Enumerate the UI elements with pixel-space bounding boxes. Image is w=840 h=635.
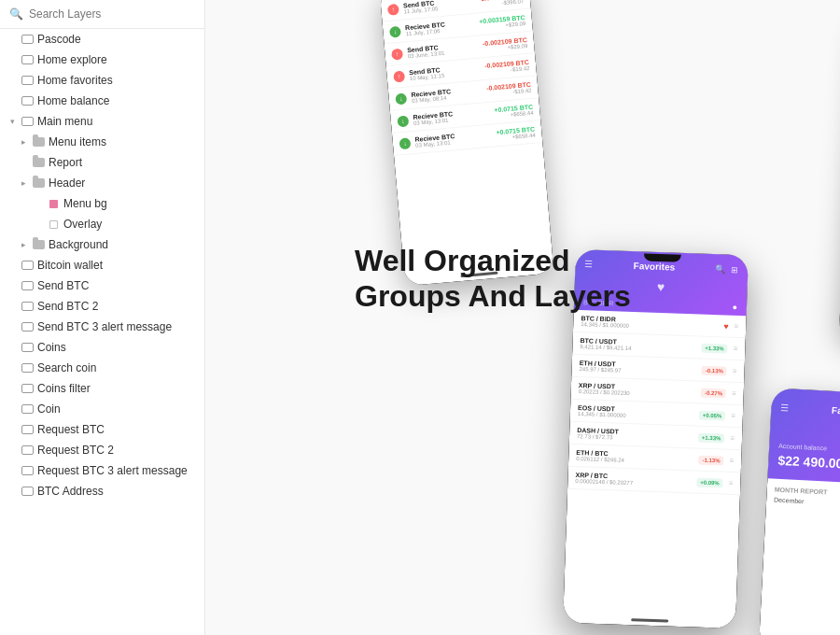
sidebar-item-send-btc-2[interactable]: Send BTC 2 (0, 296, 204, 317)
sidebar-item-home-favorites[interactable]: Home favorites (0, 70, 204, 91)
label-home-balance: Home balance (37, 94, 197, 107)
coin-change-badge: -0.27% (701, 388, 726, 398)
sidebar-item-header[interactable]: Header (0, 173, 204, 193)
sidebar-item-overlay[interactable]: Overlay (0, 214, 204, 234)
sidebar-item-request-btc-3[interactable]: Request BTC 3 alert message (0, 460, 204, 481)
icon-request-btc-2 (21, 444, 34, 457)
month-name: December (774, 497, 840, 512)
send-icon: ↑ (387, 3, 399, 15)
bal-title: Favorites (832, 404, 840, 416)
sidebar-item-menu-bg[interactable]: Menu bg (0, 193, 204, 214)
coin-name-block: EOS / USDT14,345 / $1.000000 (578, 404, 693, 420)
sidebar-item-home-explore[interactable]: Home explore (0, 49, 204, 70)
bal-header-top: ☰ Favorites ✓ (780, 398, 840, 425)
label-request-btc-2: Request BTC 2 (37, 444, 197, 457)
label-send-btc-3: Send BTC 3 alert message (37, 320, 197, 333)
heading-line2: Groups And Layers (355, 278, 631, 314)
tx-amount: -0.002109 BTC+$29.09 (483, 36, 528, 52)
arrow-menu-items (19, 137, 28, 147)
icon-send-btc (21, 279, 34, 292)
search-icon: 🔍 (9, 7, 23, 21)
layer-list: PascodeHome exploreHome favoritesHome ba… (0, 29, 204, 635)
sidebar-item-bitcoin-wallet[interactable]: Bitcoin wallet (0, 255, 204, 275)
sidebar-item-request-btc[interactable]: Request BTC (0, 419, 204, 440)
sidebar-item-background[interactable]: Background (0, 234, 204, 255)
coin-menu-icon: ≡ (734, 345, 738, 353)
sidebar-item-menu-items[interactable]: Menu items (0, 132, 204, 152)
label-btc-address: BTC Address (37, 485, 197, 498)
coin-list: BTC / BIDR14,345 / $1.000000♥≡BTC / USDT… (563, 310, 747, 628)
icon-main-menu (21, 115, 34, 128)
icon-send-btc-3 (21, 320, 34, 333)
send-icon: ↑ (393, 70, 405, 82)
bal-body: MONTH REPORT December (766, 478, 840, 519)
recv-icon: ↓ (389, 25, 401, 37)
sidebar-item-report[interactable]: Report (0, 152, 204, 173)
icon-btc-address (21, 485, 34, 498)
coin-menu-icon: ≡ (734, 322, 738, 331)
tx-list: ↑Send BTC11 July, 17:05-0.043010 BTC-$39… (380, 0, 542, 156)
tx-info: Recieve BTC03 May, 13:01 (414, 130, 492, 148)
icon-report (32, 156, 45, 169)
tx-amount: -0.002109 BTC-$19.42 (484, 59, 530, 75)
fav-icons: 🔍 ⊞ (715, 264, 738, 275)
coin-menu-icon: ≡ (732, 389, 736, 398)
sidebar-item-request-btc-2[interactable]: Request BTC 2 (0, 440, 204, 460)
coin-name-block: ETH / USDT245.97 / $245.97 (579, 360, 696, 375)
recv-icon: ↓ (399, 137, 411, 149)
sidebar-item-main-menu[interactable]: Main menu (0, 111, 204, 132)
sidebar-item-search-coin[interactable]: Search coin (0, 358, 204, 378)
main-content: Well Organized Groups And Layers ↑Send B… (205, 0, 840, 635)
tx-amount: +0.003159 BTC+$29.09 (479, 14, 526, 30)
label-report: Report (49, 156, 197, 169)
sidebar-item-send-btc[interactable]: Send BTC (0, 275, 204, 296)
icon-coins (21, 341, 34, 354)
icon-search-coin (21, 361, 34, 374)
sidebar-item-home-balance[interactable]: Home balance (0, 91, 204, 111)
sidebar-item-pascode[interactable]: Pascode (0, 29, 204, 49)
sidebar-item-coin[interactable]: Coin (0, 399, 204, 419)
coin-menu-icon: ≡ (729, 479, 734, 487)
coin-name-block: XRP / USDT0.20223 / $0.202230 (579, 382, 696, 398)
label-pascode: Pascode (37, 33, 197, 46)
coin-change-badge: -0.13% (702, 365, 727, 375)
coin-name-block: ETH / BTC0.026112 / $246.24 (576, 449, 693, 465)
recv-icon: ↓ (397, 115, 409, 127)
arrow-background (19, 240, 28, 249)
label-header: Header (49, 176, 197, 190)
coin-name-block: BTC / BIDR14,345 / $1.000000 (581, 315, 718, 332)
search-input[interactable] (29, 7, 195, 21)
icon-header (32, 176, 45, 190)
icon-home-explore (21, 53, 34, 66)
search-bar[interactable]: 🔍 (0, 0, 204, 29)
tx-amount: +0.0715 BTC+$658.44 (494, 104, 534, 120)
tx-amount: -0.043010 BTC-$396.07 (479, 0, 525, 7)
sidebar-item-coins-filter[interactable]: Coins filter (0, 378, 204, 399)
coin-change-badge: +1.33% (701, 343, 728, 353)
heading-line1: Well Organized (355, 243, 631, 278)
fav-title: Favorites (634, 261, 676, 273)
fav-heart-icon: ♥ (723, 321, 729, 331)
sidebar-item-btc-address[interactable]: BTC Address (0, 481, 204, 501)
arrow-header (19, 178, 28, 188)
bal-header: ☰ Favorites ✓ ♥ Account balance $22 490.… (767, 388, 840, 487)
coin-menu-icon: ≡ (730, 434, 735, 443)
coin-menu-icon: ≡ (733, 367, 737, 375)
arrow-main-menu (7, 117, 17, 126)
tx-info: Send BTC10 May, 11:15 (409, 64, 481, 82)
sidebar-item-send-btc-3[interactable]: Send BTC 3 alert message (0, 317, 204, 337)
sidebar-item-coins[interactable]: Coins (0, 337, 204, 358)
phone3-screen: ☰ Favorites ✓ ♥ Account balance $22 490.… (759, 388, 840, 635)
coin-change-badge: +1.33% (698, 432, 725, 443)
tx-info: Recieve BTC11 July, 17:06 (405, 19, 475, 36)
tx-amount: +0.0715 BTC+$658.44 (496, 126, 536, 142)
center-text: Well Organized Groups And Layers (355, 243, 631, 315)
icon-send-btc-2 (21, 300, 34, 313)
label-home-explore: Home explore (37, 53, 197, 66)
label-main-menu: Main menu (37, 115, 197, 128)
bal-amount: $22 490.00 (777, 453, 840, 472)
label-background: Background (49, 238, 197, 251)
tx-info: Send BTC11 July, 17:05 (403, 0, 475, 14)
label-menu-bg: Menu bg (63, 197, 197, 210)
coin-name-block: BTC / USDT9,421.14 / $9,421.14 (580, 337, 695, 353)
